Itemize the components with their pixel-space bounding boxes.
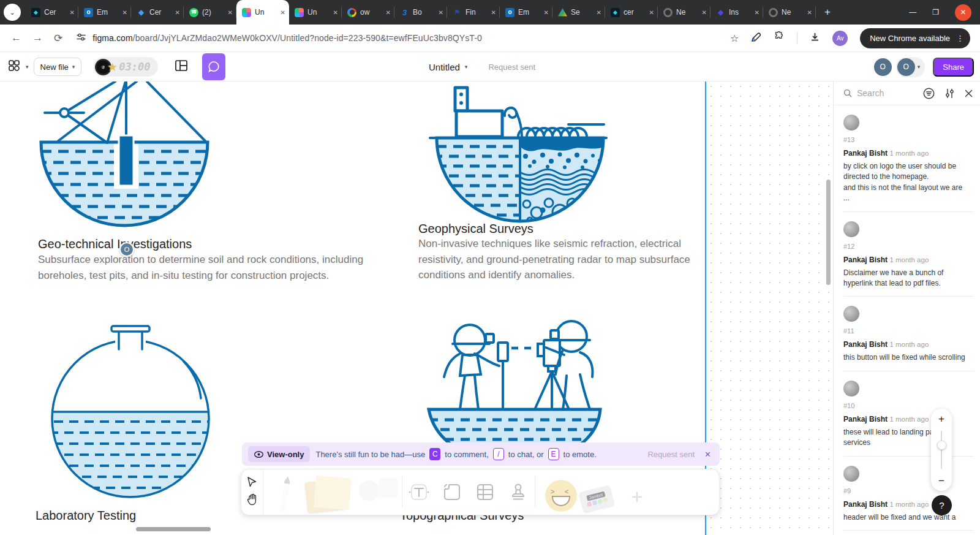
marker-pen-tool[interactable] bbox=[278, 476, 293, 512]
tab-label: Se bbox=[571, 8, 593, 17]
browser-tab[interactable]: Se ✕ bbox=[552, 0, 605, 25]
current-user-avatar-menu[interactable]: O ▾ bbox=[896, 57, 925, 77]
comment-item[interactable]: #12 Pankaj Bisht 1 month ago Disclaimer … bbox=[834, 212, 980, 297]
music-timer-widget[interactable]: ♪ ★ 03:00 bbox=[94, 57, 157, 77]
sticky-note-tool[interactable] bbox=[306, 477, 354, 512]
back-icon[interactable]: ← bbox=[11, 32, 21, 44]
jambot-sticker[interactable]: Jambot bbox=[579, 485, 615, 513]
canvas-vertical-scrollbar[interactable] bbox=[826, 180, 831, 285]
tab-favicon bbox=[242, 8, 251, 17]
window-close-button[interactable]: ✕ bbox=[955, 4, 971, 21]
comment-item[interactable]: #11 Pankaj Bisht 1 month ago this button… bbox=[834, 297, 980, 371]
divider bbox=[797, 32, 797, 44]
zoom-in-button[interactable]: + bbox=[938, 414, 944, 424]
tab-close-icon[interactable]: ✕ bbox=[175, 9, 180, 16]
tab-close-icon[interactable]: ✕ bbox=[807, 9, 812, 16]
browser-tab[interactable]: Un ✕ bbox=[236, 0, 289, 25]
tab-close-icon[interactable]: ✕ bbox=[649, 9, 654, 16]
collaborator-avatar[interactable]: O bbox=[874, 58, 892, 76]
share-button[interactable]: Share bbox=[933, 58, 974, 77]
figma-board-logo-icon[interactable] bbox=[7, 59, 21, 75]
emote-laughing-tool[interactable]: > < bbox=[545, 480, 577, 512]
canvas-horizontal-scrollbar[interactable] bbox=[136, 527, 211, 531]
tab-close-icon[interactable]: ✕ bbox=[333, 9, 338, 16]
filter-icon[interactable] bbox=[923, 88, 935, 99]
table-tool[interactable] bbox=[473, 480, 497, 504]
tab-label: Un bbox=[255, 8, 277, 17]
chrome-update-button[interactable]: New Chrome available ⋮ bbox=[860, 28, 970, 48]
add-more-tools-button[interactable]: + bbox=[631, 485, 643, 509]
browser-tab[interactable]: Un ✕ bbox=[289, 0, 342, 25]
comment-item[interactable]: #9 Pankaj Bisht 1 month ago header will … bbox=[834, 457, 980, 531]
hand-pan-tool[interactable] bbox=[247, 493, 258, 508]
shapes-tool[interactable] bbox=[359, 478, 402, 511]
comment-author: Pankaj Bisht bbox=[843, 340, 888, 349]
zoom-slider[interactable] bbox=[941, 431, 942, 469]
help-button[interactable]: ? bbox=[932, 495, 952, 515]
document-title[interactable]: Untitled bbox=[429, 62, 460, 72]
tab-close-icon[interactable]: ✕ bbox=[491, 9, 496, 16]
download-icon[interactable] bbox=[810, 32, 820, 45]
tab-favicon: ◆ bbox=[137, 8, 146, 17]
window-restore-button[interactable]: ❐ bbox=[932, 8, 939, 17]
browser-tab[interactable]: ⚑ Fin ✕ bbox=[447, 0, 500, 25]
bookmark-star-icon[interactable]: ☆ bbox=[730, 32, 739, 44]
view-only-label: View-only bbox=[267, 450, 304, 459]
tab-close-icon[interactable]: ✕ bbox=[386, 9, 391, 16]
browser-tab[interactable]: o Em ✕ bbox=[500, 0, 552, 25]
browser-tab[interactable]: ow ✕ bbox=[342, 0, 394, 25]
text-tool[interactable] bbox=[407, 480, 431, 504]
select-cursor-tool[interactable] bbox=[246, 476, 258, 490]
card-body-geotechnical: Subsurface exploration to determine soil… bbox=[38, 252, 369, 283]
browser-tab[interactable]: Ne ✕ bbox=[763, 0, 816, 25]
pen-icon[interactable] bbox=[751, 32, 761, 45]
browser-tab[interactable]: ◆ Ins ✕ bbox=[710, 0, 763, 25]
tab-close-icon[interactable]: ✕ bbox=[70, 9, 75, 16]
chrome-profile-avatar[interactable]: Av bbox=[832, 31, 848, 46]
browser-tab[interactable]: o Em ✕ bbox=[78, 0, 131, 25]
comments-search-input[interactable] bbox=[857, 88, 911, 98]
tab-close-icon[interactable]: ✕ bbox=[439, 9, 443, 16]
comment-tool-button[interactable] bbox=[202, 53, 225, 80]
tab-close-icon[interactable]: ✕ bbox=[281, 9, 285, 16]
tab-close-icon[interactable]: ✕ bbox=[123, 9, 127, 16]
comment-author: Pankaj Bisht bbox=[843, 415, 888, 423]
tab-close-icon[interactable]: ✕ bbox=[228, 9, 233, 16]
reload-icon[interactable]: ⟳ bbox=[54, 32, 62, 45]
comment-item[interactable]: #13 Pankaj Bisht 1 month ago by click on… bbox=[834, 105, 980, 212]
templates-icon[interactable] bbox=[174, 58, 189, 75]
chevron-down-icon: ▾ bbox=[72, 64, 75, 70]
browser-tab[interactable]: Ne ✕ bbox=[658, 0, 710, 25]
stamp-tool[interactable] bbox=[506, 480, 530, 504]
tab-close-icon[interactable]: ✕ bbox=[755, 9, 760, 16]
canvas-dot-grid bbox=[706, 82, 833, 535]
chevron-down-icon[interactable]: ▾ bbox=[26, 64, 29, 70]
kebab-menu-icon: ⋮ bbox=[956, 34, 964, 43]
forward-icon[interactable]: → bbox=[32, 32, 43, 44]
extensions-puzzle-icon[interactable] bbox=[774, 31, 785, 45]
tab-close-icon[interactable]: ✕ bbox=[702, 9, 707, 16]
window-minimize-button[interactable]: — bbox=[909, 8, 916, 17]
zoom-out-button[interactable]: − bbox=[938, 476, 944, 486]
tab-close-icon[interactable]: ✕ bbox=[544, 9, 549, 16]
close-panel-icon[interactable] bbox=[965, 89, 973, 97]
sort-settings-icon[interactable] bbox=[945, 88, 954, 99]
surveyors-illustration bbox=[413, 309, 609, 454]
url-text[interactable]: figma.com/board/JvjYLArZMdao2WMeW0kOXV/U… bbox=[92, 33, 482, 43]
browser-tab[interactable]: ◆ cer ✕ bbox=[605, 0, 658, 25]
banner-close-icon[interactable]: ✕ bbox=[704, 450, 711, 459]
zoom-slider-handle[interactable] bbox=[937, 441, 946, 450]
site-info-icon[interactable] bbox=[76, 32, 86, 45]
browser-tab[interactable]: ☎ (2) ✕ bbox=[184, 0, 236, 25]
new-tab-button[interactable]: + bbox=[818, 3, 837, 21]
comment-item[interactable]: #10 Pankaj Bisht 1 month ago these will … bbox=[834, 371, 980, 457]
new-file-button[interactable]: New file ▾ bbox=[34, 58, 82, 76]
tab-list-chevron-icon[interactable]: ⌄ bbox=[4, 4, 21, 21]
tab-favicon bbox=[769, 8, 778, 17]
section-tool[interactable] bbox=[440, 480, 464, 504]
chevron-down-icon[interactable]: ▾ bbox=[465, 64, 468, 70]
tab-close-icon[interactable]: ✕ bbox=[597, 9, 601, 16]
browser-tab[interactable]: 3 Bo ✕ bbox=[394, 0, 447, 25]
browser-tab[interactable]: ◆ Cer ✕ bbox=[26, 0, 78, 25]
browser-tab[interactable]: ◆ Cer ✕ bbox=[131, 0, 184, 25]
